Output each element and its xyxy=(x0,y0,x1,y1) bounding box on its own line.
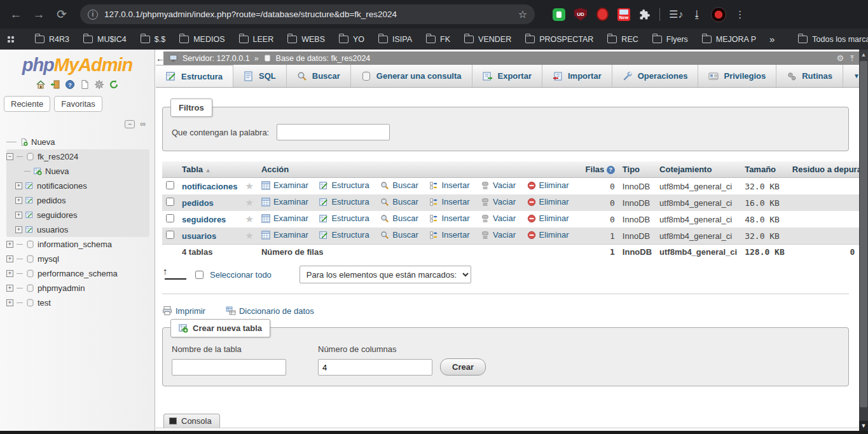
action-estructura[interactable]: Estructura xyxy=(319,230,369,240)
filter-input[interactable] xyxy=(277,124,390,140)
apps-grid-icon[interactable] xyxy=(8,36,14,43)
with-selected-dropdown[interactable]: Para los elementos que están marcados: xyxy=(300,266,471,283)
new-table-name-input[interactable] xyxy=(172,359,286,376)
row-checkbox[interactable] xyxy=(166,181,174,189)
header-filas[interactable]: Filas ? xyxy=(582,161,619,178)
tree-item-table-notificaciones[interactable]: + notificaciones xyxy=(15,179,149,193)
bookmark-folder[interactable]: WEBS xyxy=(282,32,331,46)
collapse-all-icon[interactable]: − xyxy=(125,120,135,128)
home-icon[interactable] xyxy=(36,79,46,90)
bookmark-folder[interactable]: Flyers xyxy=(647,32,694,46)
bookmark-folder[interactable]: FK xyxy=(420,32,456,46)
tree-item-new-database[interactable]: Nueva xyxy=(6,135,155,149)
tree-item-table-usuarios[interactable]: + usuarios xyxy=(15,222,149,237)
action-examinar[interactable]: Examinar xyxy=(261,230,308,240)
table-name-link[interactable]: seguidores xyxy=(182,215,226,224)
action-examinar[interactable]: Examinar xyxy=(261,197,308,207)
profile-avatar[interactable] xyxy=(711,7,726,22)
bookmark-folder[interactable]: MU$IC4 xyxy=(78,32,132,46)
rows-help-icon[interactable]: ? xyxy=(607,166,615,174)
table-name-link[interactable]: usuarios xyxy=(182,231,216,241)
site-info-icon[interactable]: i xyxy=(88,10,98,20)
scroll-top-icon[interactable]: ⤒ xyxy=(850,53,854,64)
action-eliminar[interactable]: Eliminar xyxy=(527,180,569,190)
row-checkbox[interactable] xyxy=(166,231,174,239)
action-vaciar[interactable]: Vaciar xyxy=(481,197,516,207)
favorite-star-icon[interactable]: ★ xyxy=(245,230,253,241)
breadcrumb-database-link[interactable]: Base de datos: fk_res2024 xyxy=(276,54,371,63)
tab-operaciones[interactable]: Operaciones xyxy=(612,65,699,87)
bookmark-folder[interactable]: $.$ xyxy=(135,32,171,46)
bookmark-folder[interactable]: REC xyxy=(602,32,644,46)
bookmark-folder[interactable]: LEER xyxy=(233,32,280,46)
header-tabla[interactable]: Tabla ▲ xyxy=(178,161,241,178)
tree-item-db-fk_res2024[interactable]: − fk_res2024 xyxy=(6,149,149,164)
print-link[interactable]: Imprimir xyxy=(162,306,205,316)
columns-count-input[interactable] xyxy=(318,359,432,376)
tab-buscar[interactable]: Buscar xyxy=(287,65,351,87)
page-settings-gear-icon[interactable]: ⚙ xyxy=(837,53,844,64)
tree-item-table-seguidores[interactable]: + seguidores xyxy=(15,208,149,222)
url-text[interactable]: 127.0.0.1/phpmyadmin/index.php?route=/da… xyxy=(104,10,512,19)
help-icon[interactable] xyxy=(65,79,75,90)
row-checkbox[interactable] xyxy=(166,214,174,222)
bookmark-folder[interactable]: MEJORA P xyxy=(696,32,762,46)
extension-icon-green[interactable] xyxy=(553,8,565,21)
expand-toggle[interactable]: + xyxy=(15,212,22,219)
action-buscar[interactable]: Buscar xyxy=(380,230,418,240)
extension-icon-record[interactable] xyxy=(596,8,609,21)
header-tamano[interactable]: Tamaño xyxy=(741,161,789,178)
bookmarks-overflow-chevron[interactable]: » xyxy=(764,34,780,44)
reload-button[interactable]: ⟳ xyxy=(52,5,71,24)
tree-item-db-test[interactable]: + test xyxy=(6,295,155,310)
expand-toggle[interactable]: + xyxy=(6,241,13,248)
refresh-icon[interactable] xyxy=(109,79,119,90)
tab-generar-consulta[interactable]: Generar una consulta xyxy=(351,65,472,87)
action-buscar[interactable]: Buscar xyxy=(380,180,418,190)
action-insertar[interactable]: Insertar xyxy=(429,180,469,190)
table-name-link[interactable]: pedidos xyxy=(182,198,214,208)
tab-estructura[interactable]: Estructura xyxy=(156,65,233,87)
logout-icon[interactable] xyxy=(50,79,60,90)
browser-menu-icon[interactable]: ⋮ xyxy=(735,9,745,20)
collapse-nav-arrow[interactable]: ← xyxy=(156,53,163,64)
scrollbar-up-arrow[interactable]: ▲ xyxy=(859,50,868,60)
breadcrumb-server-link[interactable]: Servidor: 127.0.0.1 xyxy=(183,54,250,63)
favorite-star-icon[interactable]: ★ xyxy=(245,180,253,191)
expand-toggle[interactable]: + xyxy=(6,255,13,262)
action-insertar[interactable]: Insertar xyxy=(429,197,469,207)
tab-exportar[interactable]: Exportar xyxy=(472,65,542,87)
favorite-star-icon[interactable]: ★ xyxy=(245,214,253,224)
expand-toggle[interactable]: + xyxy=(15,197,22,204)
page-scrollbar[interactable]: ▲ ▼ xyxy=(859,50,868,431)
tree-item-db-performance_schema[interactable]: + performance_schema xyxy=(6,266,155,281)
link-chain-icon[interactable]: ∞ xyxy=(140,119,146,128)
settings-gear-icon[interactable] xyxy=(94,79,104,90)
scrollbar-down-arrow[interactable]: ▼ xyxy=(859,421,868,431)
bookmark-folder[interactable]: MEDIOS xyxy=(174,32,230,46)
favorite-tables-button[interactable]: Favoritas xyxy=(54,96,102,112)
phpmyadmin-logo[interactable]: phpMyAdmin xyxy=(0,55,155,76)
expand-toggle[interactable]: + xyxy=(15,182,22,189)
action-eliminar[interactable]: Eliminar xyxy=(527,197,569,207)
tree-item-db-information_schema[interactable]: + information_schema xyxy=(6,237,155,252)
action-vaciar[interactable]: Vaciar xyxy=(481,214,516,223)
action-insertar[interactable]: Insertar xyxy=(429,214,469,223)
downloads-icon[interactable]: ⭳ xyxy=(692,9,702,20)
action-examinar[interactable]: Examinar xyxy=(261,180,308,190)
tab-mas[interactable]: ▼Más xyxy=(843,65,859,87)
bookmark-folder[interactable]: VENDER xyxy=(458,32,517,46)
tab-importar[interactable]: Importar xyxy=(542,65,612,87)
all-bookmarks-folder[interactable]: Todos los marcadores xyxy=(792,32,868,46)
tree-item-db-mysql[interactable]: + mysql xyxy=(6,252,155,266)
table-name-link[interactable]: notificaciones xyxy=(182,182,237,191)
select-all-checkbox[interactable] xyxy=(195,271,203,279)
extension-icon-shield[interactable]: UD xyxy=(574,8,587,21)
create-button[interactable]: Crear xyxy=(440,358,486,376)
collapse-toggle[interactable]: − xyxy=(6,153,13,160)
extensions-puzzle-icon[interactable] xyxy=(639,9,651,20)
bookmark-folder[interactable]: R4R3 xyxy=(29,32,75,46)
tree-item-new-table[interactable]: Nueva xyxy=(24,164,149,179)
console-tab[interactable]: Consola xyxy=(163,414,220,428)
action-buscar[interactable]: Buscar xyxy=(380,197,418,207)
